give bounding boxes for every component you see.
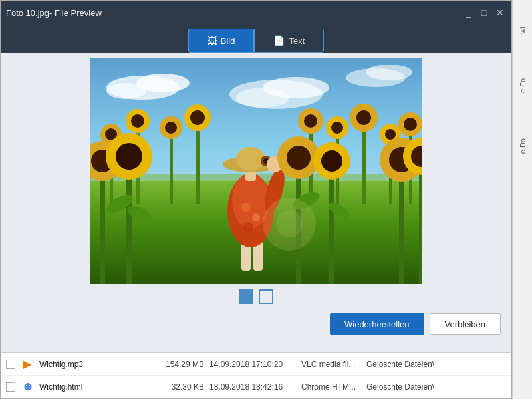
text-tab-icon: 📄 (273, 35, 285, 46)
file-type-1: VLC media fil... (301, 360, 361, 369)
svg-point-23 (131, 114, 144, 128)
image-icon: 🖼 (207, 35, 217, 46)
nav-dot-1-inner (241, 292, 251, 301)
nav-dot-2[interactable] (259, 289, 273, 304)
window-controls: ⎯ □ ✕ (462, 7, 506, 19)
preview-svg (90, 58, 422, 284)
svg-rect-56 (399, 164, 404, 284)
main-window: Foto 10.jpg- File Preview ⎯ □ ✕ 🖼 Bild 📄… (0, 0, 512, 399)
close-button[interactable]: ✕ (494, 7, 506, 19)
chrome-icon: ⊕ (21, 380, 34, 394)
file-size-2: 32.30 KB (151, 382, 204, 392)
vlc-icon: ▶ (21, 358, 34, 371)
svg-rect-57 (419, 161, 422, 284)
svg-rect-14 (196, 121, 200, 204)
tab-bild[interactable]: 🖼 Bild (188, 29, 255, 53)
file-location-2: Gelöschte Dateien\ (366, 382, 506, 392)
svg-point-63 (287, 146, 311, 170)
content-area: Wiederherstellen Verbleiben (1, 53, 511, 352)
file-checkbox-2[interactable] (6, 382, 15, 392)
svg-point-25 (165, 122, 177, 134)
file-size-1: 154.29 MB (151, 360, 204, 369)
action-buttons: Wiederherstellen Verbleiben (1, 308, 511, 340)
svg-point-27 (190, 110, 205, 125)
right-panel-text-1: wi (519, 27, 527, 33)
right-panel: wi e Fo e Do (512, 0, 532, 399)
file-name-2: Wichtig.html (39, 382, 146, 392)
nav-dots (239, 289, 273, 304)
window-title: Foto 10.jpg- File Preview (6, 8, 102, 18)
tab-bar: 🖼 Bild 📄 Text (1, 25, 511, 53)
svg-point-6 (236, 88, 289, 108)
svg-point-65 (321, 150, 342, 172)
wiederherstellen-button[interactable]: Wiederherstellen (330, 313, 424, 335)
svg-rect-13 (170, 131, 173, 204)
svg-point-61 (116, 143, 142, 170)
nav-dot-2-inner (261, 292, 271, 301)
file-type-2: Chrome HTM... (301, 382, 361, 392)
tab-text-label: Text (289, 36, 305, 46)
svg-point-8 (366, 65, 412, 80)
file-location-1: Gelöschte Dateien\ (366, 360, 506, 369)
tab-bild-label: Bild (221, 36, 235, 46)
svg-point-29 (304, 114, 317, 128)
svg-point-42 (241, 203, 251, 212)
right-panel-text-3: e Do (519, 138, 527, 154)
maximize-button[interactable]: □ (478, 7, 490, 19)
svg-point-44 (243, 222, 253, 233)
file-row: ▶ Wichtig.mp3 154.29 MB 14.09.2018 17:10… (1, 353, 511, 376)
svg-point-33 (356, 110, 371, 125)
image-preview (90, 58, 422, 284)
verbleiben-button[interactable]: Verbleiben (430, 313, 501, 335)
right-panel-text-2: e Fo (519, 78, 527, 93)
svg-rect-17 (362, 121, 366, 204)
file-checkbox-1[interactable] (6, 360, 15, 369)
title-bar: Foto 10.jpg- File Preview ⎯ □ ✕ (1, 1, 511, 25)
file-date-2: 13.09.2018 18:42:16 (209, 382, 296, 392)
file-list: ▶ Wichtig.mp3 154.29 MB 14.09.2018 17:10… (1, 352, 511, 398)
file-date-1: 14.09.2018 17:10:20 (209, 360, 296, 369)
tab-text[interactable]: 📄 Text (254, 29, 324, 53)
svg-point-48 (236, 147, 265, 171)
minimize-button[interactable]: ⎯ (462, 7, 474, 19)
svg-point-43 (252, 213, 260, 221)
svg-rect-55 (329, 166, 334, 284)
file-row: ⊕ Wichtig.html 32.30 KB 13.09.2018 18:42… (1, 376, 511, 398)
file-name-1: Wichtig.mp3 (39, 360, 146, 369)
svg-point-3 (106, 83, 146, 99)
nav-dot-1[interactable] (239, 289, 253, 304)
svg-rect-52 (100, 164, 105, 284)
svg-point-37 (404, 118, 417, 131)
svg-point-75 (276, 211, 303, 237)
svg-point-31 (331, 122, 343, 134)
svg-point-35 (385, 129, 396, 140)
